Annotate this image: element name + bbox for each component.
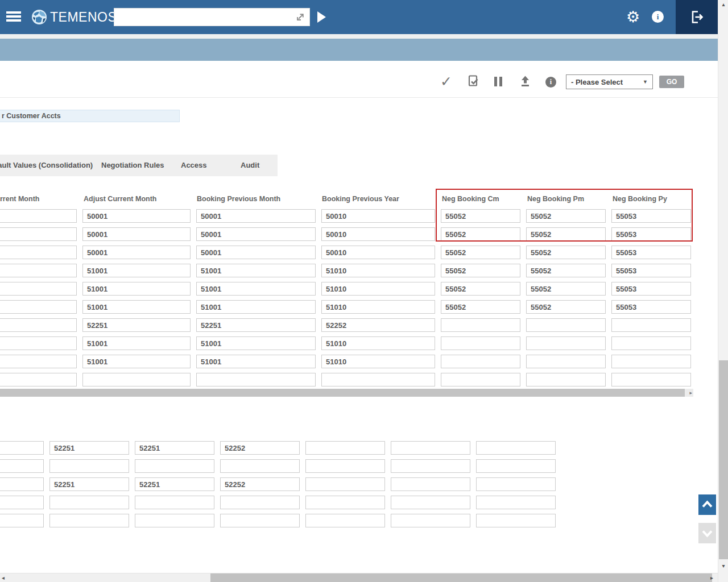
help-info-icon[interactable]: i [652, 11, 664, 23]
page-horizontal-scrollbar[interactable]: ◂ ▸ [0, 573, 718, 582]
grid-cell-input[interactable] [49, 459, 129, 473]
grid-cell-input[interactable] [196, 336, 316, 350]
go-button[interactable]: GO [659, 76, 684, 88]
grid-cell-input[interactable] [0, 318, 77, 332]
grid-cell-input[interactable] [476, 477, 556, 491]
tab-default-values-consolidation[interactable]: fault Values (Consolidation) [0, 161, 93, 169]
grid-cell-input[interactable] [526, 336, 606, 350]
grid-cell-input[interactable] [476, 496, 556, 509]
scroll-right-arrow-icon[interactable]: ▸ [710, 573, 713, 582]
grid-cell-input[interactable] [526, 355, 606, 368]
upload-icon[interactable] [519, 75, 532, 90]
grid-cell-input[interactable] [196, 209, 316, 223]
grid-cell-input[interactable] [135, 496, 214, 509]
grid-cell-input[interactable] [305, 496, 385, 509]
grid-cell-input[interactable] [305, 477, 385, 491]
grid-cell-input[interactable] [441, 264, 520, 277]
grid-cell-input[interactable] [135, 477, 214, 491]
action-select-dropdown[interactable]: - Please Select ▼ [566, 74, 653, 89]
grid-cell-input[interactable] [391, 459, 470, 473]
grid-cell-input[interactable] [82, 282, 191, 296]
grid-cell-input[interactable] [441, 300, 520, 314]
grid-cell-input[interactable] [321, 209, 435, 223]
tab-negotiation-rules[interactable]: Negotiation Rules [101, 161, 164, 169]
grid-cell-input[interactable] [321, 300, 435, 314]
grid-cell-input[interactable] [611, 227, 691, 241]
grid-cell-input[interactable] [220, 496, 300, 509]
grid-cell-input[interactable] [0, 336, 77, 350]
grid-cell-input[interactable] [321, 227, 435, 241]
validate-document-icon[interactable] [467, 74, 479, 90]
grid-cell-input[interactable] [196, 246, 316, 259]
grid-cell-input[interactable] [0, 209, 77, 223]
table-horizontal-scrollbar[interactable]: ▸ [0, 389, 693, 397]
grid-cell-input[interactable] [526, 246, 606, 259]
grid-cell-input[interactable] [441, 373, 520, 386]
grid-cell-input[interactable] [476, 459, 556, 473]
grid-cell-input[interactable] [82, 336, 191, 350]
grid-cell-input[interactable] [0, 300, 77, 314]
grid-cell-input[interactable] [321, 318, 435, 332]
grid-cell-input[interactable] [0, 282, 77, 296]
grid-cell-input[interactable] [526, 264, 606, 277]
grid-cell-input[interactable] [391, 514, 470, 527]
grid-cell-input[interactable] [476, 441, 556, 455]
grid-cell-input[interactable] [611, 282, 691, 296]
grid-cell-input[interactable] [526, 318, 606, 332]
scroll-right-arrow-icon[interactable]: ▸ [689, 389, 692, 397]
grid-cell-input[interactable] [0, 246, 77, 259]
grid-cell-input[interactable] [611, 300, 691, 314]
scroll-down-arrow-icon[interactable]: ▾ [718, 563, 728, 569]
grid-cell-input[interactable] [526, 300, 606, 314]
grid-cell-input[interactable] [391, 477, 470, 491]
settings-gear-icon[interactable]: ⚙ [624, 8, 642, 26]
grid-cell-input[interactable] [220, 441, 300, 455]
grid-cell-input[interactable] [0, 355, 77, 368]
grid-cell-input[interactable] [220, 514, 300, 527]
grid-cell-input[interactable] [441, 318, 520, 332]
grid-cell-input[interactable] [220, 477, 300, 491]
hold-pause-icon[interactable] [494, 77, 502, 86]
grid-cell-input[interactable] [49, 477, 129, 491]
hamburger-menu-icon[interactable] [6, 11, 21, 23]
grid-cell-input[interactable] [321, 336, 435, 350]
grid-cell-input[interactable] [476, 514, 556, 527]
grid-cell-input[interactable] [135, 514, 214, 527]
grid-cell-input[interactable] [305, 441, 385, 455]
grid-cell-input[interactable] [82, 318, 191, 332]
grid-cell-input[interactable] [321, 282, 435, 296]
grid-cell-input[interactable] [611, 264, 691, 277]
grid-cell-input[interactable] [0, 459, 44, 473]
grid-cell-input[interactable] [49, 496, 129, 509]
scroll-left-arrow-icon[interactable]: ◂ [2, 573, 5, 582]
page-horizontal-scrollbar-thumb[interactable] [210, 573, 712, 582]
grid-cell-input[interactable] [526, 373, 606, 386]
grid-cell-input[interactable] [0, 264, 77, 277]
details-info-icon[interactable]: i [545, 77, 556, 88]
goto-command-icon[interactable] [295, 12, 305, 24]
grid-cell-input[interactable] [0, 514, 44, 527]
tab-audit[interactable]: Audit [241, 161, 259, 169]
tab-access[interactable]: Access [181, 161, 207, 169]
run-command-icon[interactable] [317, 11, 326, 23]
grid-cell-input[interactable] [526, 227, 606, 241]
grid-cell-input[interactable] [321, 264, 435, 277]
grid-cell-input[interactable] [220, 459, 300, 473]
scroll-to-top-button[interactable] [698, 494, 716, 515]
sign-out-button[interactable] [676, 0, 718, 34]
page-vertical-scrollbar[interactable]: ▴ ▾ [718, 0, 728, 582]
grid-cell-input[interactable] [441, 336, 520, 350]
grid-cell-input[interactable] [305, 514, 385, 527]
grid-cell-input[interactable] [321, 246, 435, 259]
grid-cell-input[interactable] [0, 227, 77, 241]
grid-cell-input[interactable] [196, 227, 316, 241]
grid-cell-input[interactable] [321, 373, 435, 386]
grid-cell-input[interactable] [49, 441, 129, 455]
grid-cell-input[interactable] [82, 355, 191, 368]
grid-cell-input[interactable] [0, 441, 44, 455]
grid-cell-input[interactable] [391, 441, 470, 455]
grid-cell-input[interactable] [611, 373, 691, 386]
grid-cell-input[interactable] [441, 282, 520, 296]
grid-cell-input[interactable] [0, 496, 44, 509]
grid-cell-input[interactable] [526, 209, 606, 223]
